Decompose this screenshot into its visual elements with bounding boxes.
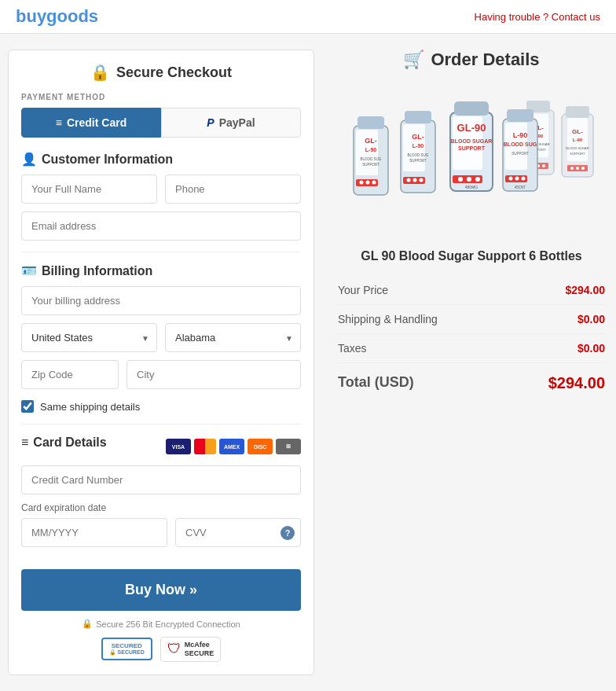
svg-text:SUPPORT: SUPPORT xyxy=(409,159,427,163)
top-bar: buygoods Having trouble ? Contact us xyxy=(0,0,616,34)
svg-text:L-90: L-90 xyxy=(513,131,528,139)
mcafee-text: McAfeeSECURE xyxy=(185,641,214,658)
phone-input[interactable] xyxy=(165,175,301,204)
svg-text:BLOOD SUG: BLOOD SUG xyxy=(408,153,429,157)
svg-rect-45 xyxy=(454,101,489,116)
city-input[interactable] xyxy=(126,360,301,389)
your-price-value: $294.00 xyxy=(565,284,605,296)
credit-card-label: Credit Card xyxy=(67,116,126,129)
svg-text:SUPPORT: SUPPORT xyxy=(362,163,380,167)
svg-text:GL-90: GL-90 xyxy=(457,122,486,134)
card-number-input[interactable] xyxy=(21,465,301,494)
taxes-value: $0.00 xyxy=(578,342,605,355)
total-line: Total (USD) $294.00 xyxy=(338,363,605,400)
full-name-input[interactable] xyxy=(21,175,157,204)
svg-text:SUPPORT: SUPPORT xyxy=(458,145,486,151)
discover-icon: DISC xyxy=(248,439,273,454)
svg-text:L-90: L-90 xyxy=(573,138,583,142)
svg-text:L-90: L-90 xyxy=(365,147,377,153)
amex-icon: AMEX xyxy=(219,439,244,454)
svg-text:480MG: 480MG xyxy=(465,185,478,189)
shipping-value: $0.00 xyxy=(578,313,605,325)
cvv-help-icon[interactable]: ? xyxy=(280,526,295,540)
same-shipping-checkbox[interactable] xyxy=(21,400,34,413)
trouble-text: Having trouble ? Contact us xyxy=(475,11,600,23)
checkout-panel: 🔒 Secure Checkout PAYMENT METHOD ≡ Credi… xyxy=(8,50,314,675)
svg-point-9 xyxy=(576,167,579,170)
your-price-line: Your Price $294.00 xyxy=(338,276,605,305)
card-icon: ≡ xyxy=(21,436,28,450)
trust-badges: SECURED 🔒 SECURED 🛡 McAfeeSECURE xyxy=(21,637,301,662)
svg-point-64 xyxy=(522,177,526,181)
card-details-title: ≡ Card Details xyxy=(21,436,107,450)
payment-tabs: ≡ Credit Card P PayPal xyxy=(21,108,301,138)
svg-rect-56 xyxy=(507,109,534,122)
mcafee-shield-icon: 🛡 xyxy=(167,641,182,657)
order-panel: 🛒 Order Details GL- L-90 BLOOD SUGAR SUP… xyxy=(330,50,613,675)
svg-point-42 xyxy=(413,178,417,182)
paypal-icon: P xyxy=(207,116,214,129)
other-card-icon: ⊞ xyxy=(276,439,301,454)
person-icon: 👤 xyxy=(21,152,37,167)
secure-text: 🔒 Secure 256 Bit Encrypted Connection xyxy=(21,619,301,629)
same-shipping-row: Same shipping details xyxy=(21,400,301,413)
buy-now-button[interactable]: Buy Now » xyxy=(21,569,301,611)
svg-text:L-90: L-90 xyxy=(412,143,424,149)
svg-text:SUPPORT: SUPPORT xyxy=(512,152,529,156)
paypal-tab[interactable]: P PayPal xyxy=(161,108,301,138)
svg-text:GL-: GL- xyxy=(412,133,424,141)
country-select[interactable]: United States Canada United Kingdom Aust… xyxy=(21,323,157,352)
state-select-wrapper: Alabama Alaska Arizona California Florid… xyxy=(165,323,301,352)
payment-method-label: PAYMENT METHOD xyxy=(21,93,301,101)
product-image-area: GL- L-90 BLOOD SUGAR SUPPORT GL- L-90 xyxy=(338,83,605,240)
shipping-line: Shipping & Handling $0.00 xyxy=(338,305,605,334)
svg-text:BLOOD SUGAR: BLOOD SUGAR xyxy=(566,146,588,150)
svg-text:GL-: GL- xyxy=(365,137,377,145)
expiry-input[interactable] xyxy=(21,518,167,547)
svg-point-51 xyxy=(458,177,463,182)
address-row xyxy=(21,286,301,315)
billing-address-input[interactable] xyxy=(21,286,301,315)
card-expiration-label: Card expiration date xyxy=(21,502,301,513)
secured-badge: SECURED 🔒 SECURED xyxy=(101,638,152,660)
cvv-wrapper: ? xyxy=(175,518,301,547)
card-number-row xyxy=(21,465,301,494)
zip-city-row xyxy=(21,360,301,389)
lock-icon: 🔒 xyxy=(90,63,110,82)
svg-text:BLOOD SUG: BLOOD SUG xyxy=(361,157,382,161)
billing-icon: 🪪 xyxy=(21,263,37,278)
zip-input[interactable] xyxy=(21,360,119,389)
lock-small-icon: 🔒 xyxy=(82,619,93,629)
email-input[interactable] xyxy=(21,211,301,241)
svg-point-8 xyxy=(570,167,574,170)
svg-text:BLOOD SUGAR: BLOOD SUGAR xyxy=(451,138,493,144)
product-name: GL 90 Blood Sugar Support 6 Bottles xyxy=(338,249,605,263)
product-image: GL- L-90 BLOOD SUGAR SUPPORT GL- L-90 xyxy=(338,83,605,240)
taxes-label: Taxes xyxy=(338,342,367,355)
billing-info-title: 🪪 Billing Information xyxy=(21,263,301,278)
svg-point-21 xyxy=(542,164,545,167)
contact-us-link[interactable]: Contact us xyxy=(552,11,600,23)
svg-point-62 xyxy=(509,177,513,181)
mastercard-icon xyxy=(194,439,216,454)
same-shipping-label: Same shipping details xyxy=(40,401,140,413)
main-layout: 🔒 Secure Checkout PAYMENT METHOD ≡ Credi… xyxy=(0,34,616,691)
svg-point-31 xyxy=(366,181,370,185)
svg-text:GL-: GL- xyxy=(572,128,583,135)
svg-rect-1 xyxy=(566,106,589,118)
total-value: $294.00 xyxy=(548,374,605,392)
cart-icon: 🛒 xyxy=(403,50,424,70)
customer-info-section: 👤 Customer Information xyxy=(21,152,301,241)
expiry-cvv-row: ? xyxy=(21,518,301,547)
visa-icon: VISA xyxy=(166,439,191,454)
mcafee-badge: 🛡 McAfeeSECURE xyxy=(160,637,222,662)
email-row xyxy=(21,211,301,241)
svg-point-43 xyxy=(420,178,424,182)
svg-point-41 xyxy=(407,178,411,182)
svg-point-52 xyxy=(467,177,471,182)
checkout-title: 🔒 Secure Checkout xyxy=(21,63,301,82)
svg-point-30 xyxy=(360,181,364,185)
credit-card-tab[interactable]: ≡ Credit Card xyxy=(21,108,161,138)
state-select[interactable]: Alabama Alaska Arizona California Florid… xyxy=(165,323,301,352)
svg-point-53 xyxy=(475,177,480,182)
